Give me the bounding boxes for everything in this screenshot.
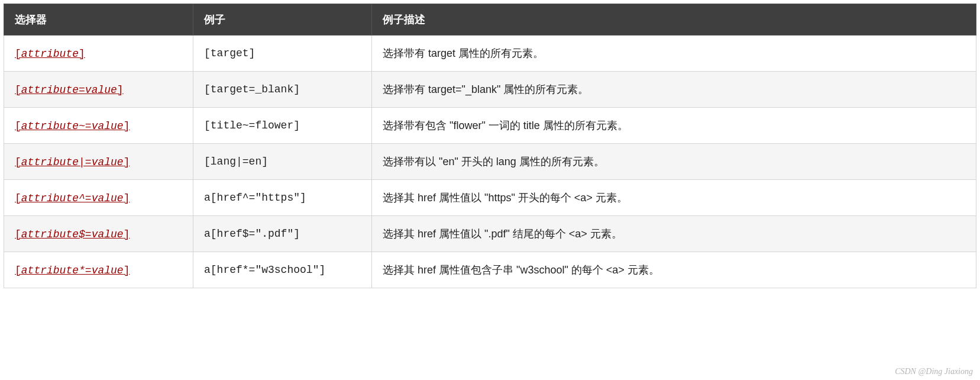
description-cell: 选择带有 target="_blank" 属性的所有元素。: [372, 72, 976, 108]
example-cell: a[href$=".pdf"]: [193, 216, 372, 252]
selector-cell: [attribute*=value]: [4, 252, 193, 288]
selector-link[interactable]: [attribute=value]: [15, 84, 124, 96]
selector-cell: [attribute]: [4, 36, 193, 72]
selector-link[interactable]: [attribute*=value]: [15, 265, 130, 276]
selector-link[interactable]: [attribute$=value]: [15, 228, 130, 240]
table-row: [attribute~=value][title~=flower]选择带有包含 …: [4, 108, 976, 144]
selector-text: attribute*=value: [21, 265, 124, 276]
table-row: [attribute^=value]a[href^="https"]选择其 hr…: [4, 180, 976, 216]
table-row: [attribute*=value]a[href*="w3school"]选择其…: [4, 252, 976, 288]
selector-cell: [attribute=value]: [4, 72, 193, 108]
selectors-table: 选择器 例子 例子描述 [attribute][target]选择带有 targ…: [4, 4, 976, 288]
selector-text: attribute^=value: [21, 192, 124, 204]
selector-text: attribute: [21, 48, 79, 60]
header-description: 例子描述: [372, 4, 976, 36]
table-row: [attribute][target]选择带有 target 属性的所有元素。: [4, 36, 976, 72]
header-selector: 选择器: [4, 4, 193, 36]
description-cell: 选择带有 target 属性的所有元素。: [372, 36, 976, 72]
example-cell: a[href^="https"]: [193, 180, 372, 216]
selector-text: attribute$=value: [21, 228, 124, 240]
selector-text: attribute|=value: [21, 156, 124, 168]
description-cell: 选择其 href 属性值以 "https" 开头的每个 <a> 元素。: [372, 180, 976, 216]
header-example: 例子: [193, 4, 372, 36]
example-cell: a[href*="w3school"]: [193, 252, 372, 288]
selector-cell: [attribute^=value]: [4, 180, 193, 216]
selector-text: attribute=value: [21, 84, 117, 96]
selector-link[interactable]: [attribute^=value]: [15, 192, 130, 204]
table-row: [attribute=value][target=_blank]选择带有 tar…: [4, 72, 976, 108]
example-cell: [target]: [193, 36, 372, 72]
selector-link[interactable]: [attribute~=value]: [15, 120, 130, 132]
selector-link[interactable]: [attribute|=value]: [15, 156, 130, 168]
description-cell: 选择带有包含 "flower" 一词的 title 属性的所有元素。: [372, 108, 976, 144]
selector-link[interactable]: [attribute]: [15, 48, 85, 60]
table-header-row: 选择器 例子 例子描述: [4, 4, 976, 36]
selector-text: attribute~=value: [21, 120, 124, 132]
selector-cell: [attribute~=value]: [4, 108, 193, 144]
description-cell: 选择其 href 属性值以 ".pdf" 结尾的每个 <a> 元素。: [372, 216, 976, 252]
example-cell: [title~=flower]: [193, 108, 372, 144]
table-row: [attribute|=value][lang|=en]选择带有以 "en" 开…: [4, 144, 976, 180]
description-cell: 选择其 href 属性值包含子串 "w3school" 的每个 <a> 元素。: [372, 252, 976, 288]
example-cell: [lang|=en]: [193, 144, 372, 180]
table-row: [attribute$=value]a[href$=".pdf"]选择其 hre…: [4, 216, 976, 252]
selector-cell: [attribute$=value]: [4, 216, 193, 252]
example-cell: [target=_blank]: [193, 72, 372, 108]
selector-cell: [attribute|=value]: [4, 144, 193, 180]
description-cell: 选择带有以 "en" 开头的 lang 属性的所有元素。: [372, 144, 976, 180]
